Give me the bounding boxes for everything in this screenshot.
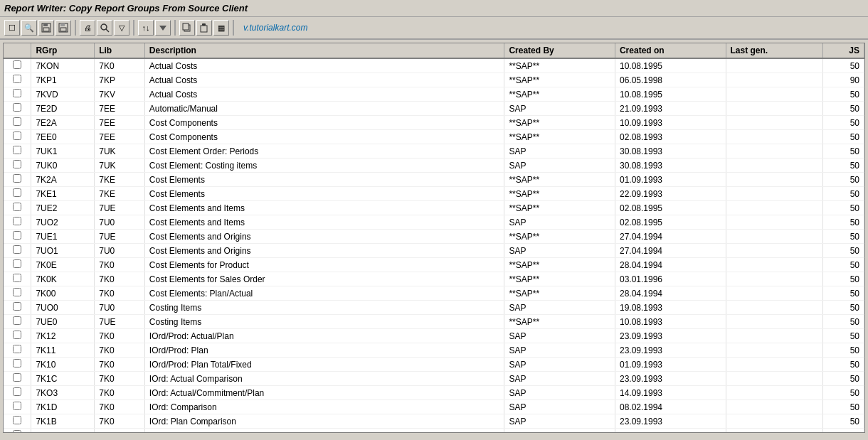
- cell-rgrp: 7K1B: [31, 414, 95, 429]
- svg-rect-1: [43, 23, 48, 26]
- sort-asc-button[interactable]: ↑↓: [138, 20, 154, 36]
- cell-lib: 7UK: [95, 159, 145, 173]
- cell-description: Cost Elements: [144, 187, 504, 201]
- cell-last_gen: [726, 258, 822, 272]
- sort-desc-button[interactable]: [155, 20, 171, 36]
- cell-description: IOrd: Comparison: [144, 400, 504, 414]
- row-checkbox[interactable]: [13, 146, 21, 154]
- cell-last_gen: [726, 215, 822, 230]
- paste-button[interactable]: [196, 20, 212, 36]
- cell-js: 50: [822, 286, 864, 301]
- cell-rgrp: 7K1C: [31, 372, 95, 386]
- cell-created_by: **SAP**: [504, 73, 615, 87]
- row-checkbox[interactable]: [13, 402, 21, 410]
- cell-created_on: 21.09.1993: [615, 102, 726, 116]
- cell-created_by: SAP: [504, 102, 615, 116]
- filter-button[interactable]: ▽: [114, 20, 129, 36]
- cell-js: 50: [822, 358, 864, 372]
- cell-lib: 7K0: [95, 372, 145, 386]
- row-checkbox[interactable]: [13, 373, 21, 382]
- row-checkbox[interactable]: [13, 89, 21, 97]
- cell-created_by: **SAP**: [504, 87, 615, 102]
- row-checkbox[interactable]: [13, 174, 21, 183]
- cell-rgrp: 7UK1: [31, 144, 95, 159]
- row-checkbox[interactable]: [13, 231, 21, 240]
- row-checkbox[interactable]: [13, 60, 21, 69]
- row-checkbox[interactable]: [13, 259, 21, 268]
- row-checkbox[interactable]: [13, 188, 21, 197]
- row-checkbox[interactable]: [13, 274, 21, 282]
- row-checkbox[interactable]: [13, 331, 21, 339]
- grid-button[interactable]: ▦: [213, 20, 229, 36]
- row-checkbox[interactable]: [13, 345, 21, 353]
- cell-description: Actual Costs: [144, 58, 504, 73]
- row-checkbox[interactable]: [13, 430, 21, 433]
- col-header-lib: Lib: [95, 43, 145, 58]
- table-row: 7K007K0Cost Elements: Plan/Actual**SAP**…: [4, 286, 864, 301]
- cell-js: 50: [822, 87, 864, 102]
- cell-last_gen: [726, 343, 822, 358]
- cell-created_by: SAP: [504, 372, 615, 386]
- cell-created_on: 02.08.1995: [615, 215, 726, 230]
- content-area: RGrp Lib Description Created By Created …: [3, 43, 865, 433]
- row-checkbox[interactable]: [13, 387, 21, 396]
- table-row: 7K2A7KECost Elements**SAP**01.09.199350: [4, 173, 864, 187]
- cell-created_by: SAP: [504, 358, 615, 372]
- separator-2: [133, 20, 134, 36]
- cell-description: Automatic/Manual: [144, 102, 504, 116]
- cell-created_by: SAP: [504, 400, 615, 414]
- row-checkbox[interactable]: [13, 217, 21, 225]
- cell-js: 50: [822, 258, 864, 272]
- row-checkbox[interactable]: [13, 203, 21, 211]
- cell-created_by: **SAP**: [504, 258, 615, 272]
- row-checkbox[interactable]: [13, 160, 21, 168]
- row-checkbox[interactable]: [13, 416, 21, 424]
- new-button[interactable]: ☐: [4, 20, 20, 36]
- cell-js: 50: [822, 159, 864, 173]
- cell-js: 50: [822, 372, 864, 386]
- row-checkbox[interactable]: [13, 245, 21, 254]
- cell-last_gen: [726, 414, 822, 429]
- cell-description: Cost Elements and Origins: [144, 230, 504, 244]
- row-checkbox[interactable]: [13, 359, 21, 367]
- col-header-created-on: Created on: [615, 43, 726, 58]
- row-checkbox[interactable]: [13, 103, 21, 112]
- cell-lib: 7K0: [95, 329, 145, 343]
- find-button[interactable]: [97, 20, 112, 36]
- cell-rgrp: 7KE1: [31, 187, 95, 201]
- page-title: Report Writer: Copy Report Groups From S…: [4, 3, 248, 14]
- table-row: 7KE17KECost Elements**SAP**22.09.199350: [4, 187, 864, 201]
- separator-1: [75, 20, 76, 36]
- print-button[interactable]: 🖨: [80, 20, 95, 36]
- row-checkbox[interactable]: [13, 288, 21, 296]
- cell-rgrp: 7KVD: [31, 87, 95, 102]
- row-checkbox[interactable]: [13, 117, 21, 126]
- cell-rgrp: 7UO2: [31, 215, 95, 230]
- cell-created_by: **SAP**: [504, 116, 615, 130]
- row-checkbox[interactable]: [13, 132, 21, 140]
- cell-description: Cost Elements: [144, 173, 504, 187]
- cell-description: Cost Elements for Product: [144, 258, 504, 272]
- save-local-button[interactable]: [55, 20, 71, 36]
- cell-created_on: 10.08.1993: [615, 315, 726, 329]
- svg-rect-4: [60, 23, 65, 26]
- cell-rgrp: 7UO0: [31, 301, 95, 315]
- row-checkbox[interactable]: [13, 316, 21, 325]
- toolbar-logo: v.tutorialkart.com: [243, 23, 307, 33]
- cell-created_by: SAP: [504, 159, 615, 173]
- table-row: 7KVD7KVActual Costs**SAP**10.08.199550: [4, 87, 864, 102]
- row-checkbox[interactable]: [13, 302, 21, 311]
- row-checkbox[interactable]: [13, 75, 21, 83]
- cell-description: Cost Element Order: Periods: [144, 144, 504, 159]
- cell-created_on: 02.08.1995: [615, 201, 726, 215]
- cell-lib: 7K0: [95, 58, 145, 73]
- cell-last_gen: [726, 116, 822, 130]
- cell-js: 50: [822, 272, 864, 286]
- cell-js: 50: [822, 58, 864, 73]
- save-button[interactable]: [38, 20, 54, 36]
- copy-button[interactable]: [179, 20, 195, 36]
- cell-js: 50: [822, 329, 864, 343]
- svg-rect-5: [60, 28, 66, 31]
- cell-created_by: SAP: [504, 244, 615, 258]
- open-button[interactable]: 🔍: [21, 20, 37, 36]
